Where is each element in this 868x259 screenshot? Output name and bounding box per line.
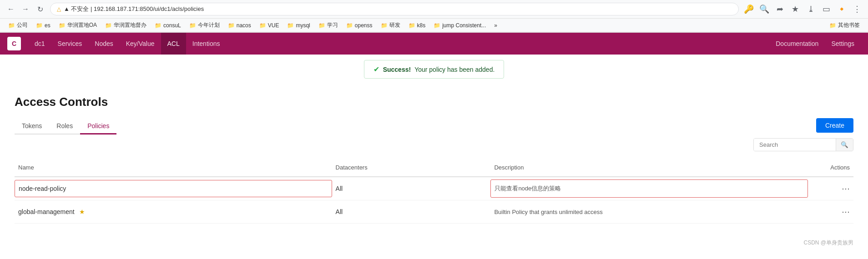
policy-name: global-management [18, 208, 75, 215]
col-actions: Actions [808, 162, 853, 173]
bookmark-label: openss [355, 22, 373, 29]
window-icon[interactable]: ▭ [820, 3, 833, 15]
actions-cell[interactable]: ⋯ [808, 179, 853, 198]
nav-item-keyvalue[interactable]: Key/Value [120, 33, 161, 55]
table-row: node-read-policy All 只能查看node信息的策略 ⋯ [15, 177, 853, 200]
nav-item-dc1[interactable]: dc1 [28, 33, 51, 55]
col-name: Name [15, 162, 332, 173]
bookmark-k8s[interactable]: 📁 k8s [405, 21, 429, 30]
bookmark-label: 学习 [327, 21, 338, 29]
bookmark-gongsi[interactable]: 📁 公司 [5, 20, 31, 30]
tab-tokens[interactable]: Tokens [15, 119, 49, 134]
description-cell: Builtin Policy that grants unlimited acc… [490, 204, 808, 220]
nav-documentation[interactable]: Documentation [769, 33, 825, 55]
bookmark-label: 华润置地督办 [114, 21, 146, 29]
nav-right: Documentation Settings [769, 33, 861, 55]
tabs: Tokens Roles Policies [15, 119, 116, 134]
back-button[interactable]: ← [5, 3, 17, 15]
bookmark-label: es [45, 22, 50, 29]
folder-icon: 📁 [259, 22, 266, 29]
tab-policies[interactable]: Policies [80, 119, 116, 134]
star-icon: ★ [79, 208, 85, 215]
bookmark-consul[interactable]: 📁 consuL [151, 21, 185, 30]
bookmark-mysql[interactable]: 📁 mysql [283, 21, 313, 30]
folder-icon: 📁 [434, 22, 440, 29]
reload-button[interactable]: ↻ [34, 3, 46, 15]
folder-icon: 📁 [189, 22, 196, 29]
menu-icon[interactable]: ⋮ [851, 3, 863, 15]
folder-icon: 📁 [228, 22, 235, 29]
policy-name-cell[interactable]: node-read-policy [15, 180, 332, 197]
bookmark-hroa[interactable]: 📁 华润置地OA [55, 20, 101, 30]
browser-actions: 🔑 🔍 ➦ ★ ⤓ ▭ 🔸 ⋮ [742, 3, 863, 15]
tab-roles[interactable]: Roles [49, 119, 80, 134]
bookmark-label: consuL [163, 22, 181, 29]
nav-item-services[interactable]: Services [51, 33, 89, 55]
share-icon[interactable]: ➦ [773, 3, 786, 15]
bookmark-icon[interactable]: ★ [789, 3, 802, 15]
folder-icon: 📁 [105, 22, 112, 29]
bookmark-jump[interactable]: 📁 jump Consistent... [430, 21, 490, 30]
success-message: ✔ Success! Your policy has been added. [364, 60, 505, 79]
more-actions-icon[interactable]: ⋯ [842, 184, 850, 193]
search-input[interactable] [754, 139, 836, 151]
folder-icon: 📁 [8, 22, 15, 29]
app-nav: C dc1 Services Nodes Key/Value ACL Inten… [0, 33, 868, 55]
bookmark-more[interactable]: » [490, 21, 501, 30]
bookmark-study[interactable]: 📁 学习 [315, 20, 342, 30]
folder-icon: 📁 [318, 22, 325, 29]
bookmark-others[interactable]: 📁 其他书签 [826, 20, 863, 30]
search-magnifier-icon: 🔍 [841, 141, 848, 148]
success-prefix: Success! [383, 66, 411, 73]
bookmark-plan[interactable]: 📁 今年计划 [186, 20, 223, 30]
bookmark-label: jump Consistent... [442, 22, 486, 29]
main-content: Access Controls Tokens Roles Policies Cr… [0, 84, 868, 234]
folder-icon: 📁 [36, 22, 43, 29]
search-icon[interactable]: 🔍 [758, 3, 771, 15]
browser-toolbar: ← → ↻ △ ▲ 不安全 | 192.168.187.171:8500/ui/… [0, 0, 868, 19]
bookmark-label: 华润置地OA [67, 21, 97, 29]
nav-item-intentions[interactable]: Intentions [186, 33, 227, 55]
bookmark-nacos[interactable]: 📁 nacos [224, 21, 255, 30]
bookmark-label: 今年计划 [198, 21, 220, 29]
address-bar[interactable]: △ ▲ 不安全 | 192.168.187.171:8500/ui/dc1/ac… [50, 3, 739, 15]
bookmark-hrdb[interactable]: 📁 华润置地督办 [101, 20, 150, 30]
browser-chrome: ← → ↻ △ ▲ 不安全 | 192.168.187.171:8500/ui/… [0, 0, 868, 33]
nav-item-nodes[interactable]: Nodes [88, 33, 119, 55]
browser-nav-buttons: ← → ↻ [5, 3, 46, 15]
page-title: Access Controls [15, 95, 853, 109]
bookmark-es[interactable]: 📁 es [32, 21, 54, 30]
bookmark-label: mysql [296, 22, 310, 29]
nav-settings[interactable]: Settings [825, 33, 861, 55]
security-warning-icon: △ [57, 6, 61, 12]
bookmark-vue[interactable]: 📁 VUE [256, 21, 283, 30]
app-logo[interactable]: C [7, 37, 21, 50]
policies-table: Name Datacenters Description Actions nod… [15, 159, 853, 224]
search-button[interactable]: 🔍 [836, 139, 853, 151]
col-datacenters: Datacenters [332, 162, 491, 173]
search-box: 🔍 [753, 138, 853, 151]
bookmark-label: 其他书签 [838, 21, 860, 29]
bookmark-dev[interactable]: 📁 研发 [377, 20, 404, 30]
actions-cell[interactable]: ⋯ [808, 202, 853, 221]
table-row: global-management ★ All Builtin Policy t… [15, 200, 853, 224]
more-actions-icon[interactable]: ⋯ [842, 207, 850, 216]
col-description: Description [490, 162, 808, 173]
folder-icon: 📁 [287, 22, 294, 29]
create-button[interactable]: Create [816, 118, 853, 133]
password-manager-icon[interactable]: 🔑 [742, 3, 755, 15]
forward-button[interactable]: → [19, 3, 32, 15]
bookmark-openss[interactable]: 📁 openss [343, 21, 376, 30]
folder-icon: 📁 [59, 22, 66, 29]
bookmark-label: k8s [417, 22, 426, 29]
download-icon[interactable]: ⤓ [804, 3, 817, 15]
bookmark-label: nacos [237, 22, 251, 29]
policy-name-cell[interactable]: global-management ★ [15, 204, 332, 220]
extension-icon[interactable]: 🔸 [835, 3, 848, 15]
nav-item-acl[interactable]: ACL [161, 33, 186, 55]
bookmarks-bar: 📁 公司 📁 es 📁 华润置地OA 📁 华润置地督办 📁 consuL 📁 今… [0, 19, 868, 32]
success-banner: ✔ Success! Your policy has been added. [0, 55, 868, 84]
description-cell: 只能查看node信息的策略 [490, 179, 808, 198]
logo-text: C [12, 40, 16, 47]
success-text: Your policy has been added. [414, 66, 495, 73]
